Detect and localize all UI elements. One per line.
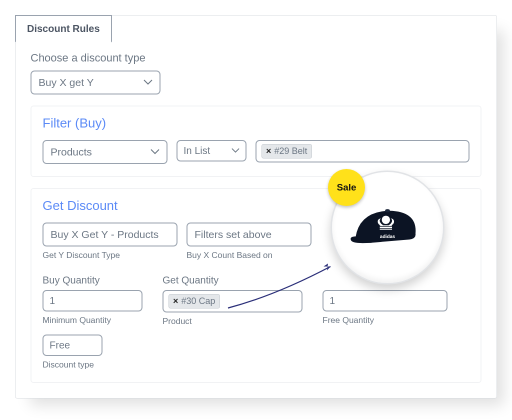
sale-badge-label: Sale <box>336 182 356 193</box>
get-product-input[interactable]: × #30 Cap <box>162 290 302 312</box>
buy-quantity-sublabel: Minimum Quantity <box>42 316 142 326</box>
discount-rules-card: Discount Rules Choose a discount type Bu… <box>15 15 497 398</box>
discount-type-select[interactable]: Buy X get Y <box>30 70 160 94</box>
buy-x-count-select[interactable]: Filters set above <box>186 222 312 246</box>
buy-quantity-value: 1 <box>50 295 55 306</box>
remove-tag-icon[interactable]: × <box>266 146 272 156</box>
svg-rect-3 <box>380 228 392 230</box>
discount-type-sublabel: Discount type <box>42 360 142 370</box>
get-tag-label: #30 Cap <box>182 296 216 306</box>
filter-scope-select[interactable]: Products <box>42 140 168 164</box>
filter-op-selected: In List <box>184 145 210 156</box>
filter-buy-box: Filter (Buy) Products In List × <box>30 106 482 177</box>
discount-type-value: Free <box>50 340 70 350</box>
get-y-type-value: Buy X Get Y - Products <box>50 228 158 240</box>
filter-products-input[interactable]: × #29 Belt <box>256 140 470 162</box>
filter-tag-label: #29 Belt <box>274 146 308 156</box>
sale-badge: Sale <box>328 169 365 206</box>
get-y-type-sublabel: Get Y Discount Type <box>42 250 178 260</box>
svg-text:adidas: adidas <box>380 234 395 239</box>
remove-tag-icon[interactable]: × <box>173 296 178 306</box>
chevron-down-icon <box>232 148 240 154</box>
get-product-sublabel: Product <box>162 316 302 326</box>
discount-type-input[interactable]: Free <box>42 334 102 356</box>
choose-discount-type-label: Choose a discount type <box>30 52 482 64</box>
tab-discount-rules[interactable]: Discount Rules <box>15 15 112 42</box>
buy-x-count-value: Filters set above <box>194 228 272 240</box>
free-quantity-input[interactable]: 1 <box>322 290 448 312</box>
chevron-down-icon <box>144 80 152 86</box>
buy-quantity-label: Buy Quantity <box>42 274 142 286</box>
product-preview-circle: Sale adidas <box>330 170 444 284</box>
buy-quantity-input[interactable]: 1 <box>42 290 142 312</box>
free-quantity-value: 1 <box>330 295 335 306</box>
free-quantity-sublabel: Free Quantity <box>322 316 448 326</box>
filter-op-select[interactable]: In List <box>176 140 246 162</box>
svg-rect-1 <box>380 226 392 226</box>
filter-scope-selected: Products <box>50 146 92 158</box>
chevron-down-icon <box>150 149 160 155</box>
get-y-type-select[interactable]: Buy X Get Y - Products <box>42 222 178 246</box>
svg-rect-2 <box>380 227 392 228</box>
get-quantity-label: Get Quantity <box>162 274 302 286</box>
cap-icon: adidas <box>348 198 428 258</box>
buy-x-count-sublabel: Buy X Count Based on <box>186 250 312 260</box>
filter-buy-title: Filter (Buy) <box>42 116 470 131</box>
filter-tag-29-belt: × #29 Belt <box>262 144 312 158</box>
svg-point-0 <box>385 209 390 212</box>
tab-label: Discount Rules <box>27 23 100 34</box>
discount-type-selected: Buy X get Y <box>38 76 94 88</box>
get-tag-30-cap: × #30 Cap <box>168 294 220 308</box>
